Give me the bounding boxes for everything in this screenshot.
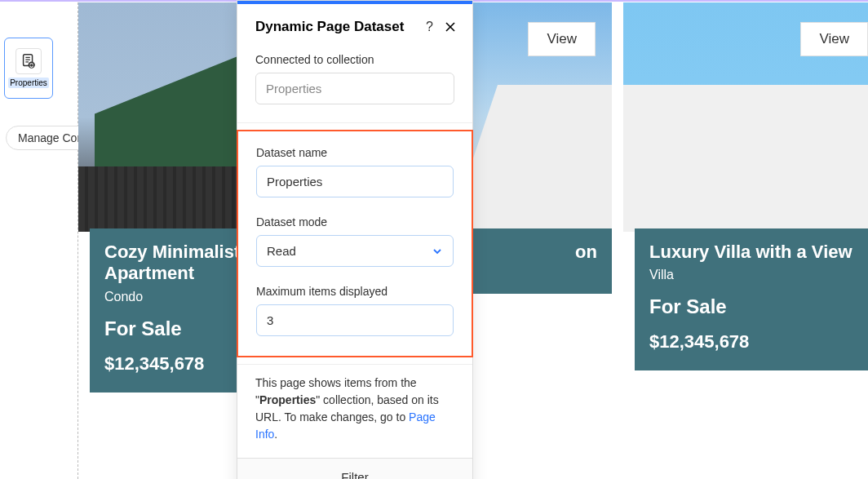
- connected-label: Connected to collection: [255, 53, 454, 66]
- footnote-collection-name: Properties: [259, 393, 316, 406]
- max-items-input[interactable]: [256, 304, 454, 336]
- view-button[interactable]: View: [800, 22, 868, 56]
- property-type: Villa: [649, 268, 868, 282]
- dataset-name-input[interactable]: [256, 166, 454, 197]
- property-status: For Sale: [649, 295, 868, 318]
- divider: [237, 364, 472, 365]
- view-button[interactable]: View: [528, 22, 596, 56]
- chevron-down-icon: [432, 246, 443, 257]
- property-card: View Luxury Villa with a View Villa For …: [623, 2, 868, 393]
- dataset-mode-select[interactable]: Read: [256, 235, 454, 267]
- close-icon[interactable]: [445, 21, 456, 33]
- panel-footnote: This page shows items from the "Properti…: [237, 371, 472, 458]
- dataset-name-section: Dataset name: [238, 140, 472, 209]
- footnote-text-post: .: [274, 428, 277, 441]
- property-title: Luxury Villa with a View: [649, 242, 868, 263]
- dataset-settings-panel: Dynamic Page Dataset ? Connected to coll…: [237, 0, 473, 479]
- properties-dataset-badge[interactable]: Properties: [4, 38, 53, 99]
- dataset-icon: [16, 48, 42, 74]
- dataset-mode-section: Dataset mode Read: [238, 209, 472, 278]
- panel-title: Dynamic Page Dataset: [255, 19, 426, 35]
- property-info: Luxury Villa with a View Villa For Sale …: [635, 228, 868, 370]
- dataset-badge-label: Properties: [8, 78, 49, 88]
- dataset-name-label: Dataset name: [256, 146, 454, 159]
- filter-section-toggle[interactable]: Filter: [237, 458, 472, 479]
- property-price: $12,345,678: [649, 331, 868, 353]
- max-items-section: Maximum items displayed: [238, 278, 472, 348]
- dataset-mode-label: Dataset mode: [256, 215, 454, 228]
- connected-collection-section: Connected to collection Properties: [237, 47, 472, 116]
- property-image: View: [623, 2, 868, 232]
- divider: [237, 122, 472, 123]
- help-icon[interactable]: ?: [426, 20, 433, 34]
- connected-collection-display: Properties: [255, 73, 454, 104]
- panel-header: Dynamic Page Dataset ?: [237, 4, 472, 47]
- max-items-label: Maximum items displayed: [256, 285, 454, 298]
- dataset-mode-value: Read: [267, 244, 296, 258]
- highlighted-settings-group: Dataset name Dataset mode Read Maximum i…: [237, 130, 473, 357]
- cards-row: Cozy Minimalist Apartment Condo For Sale…: [78, 2, 868, 393]
